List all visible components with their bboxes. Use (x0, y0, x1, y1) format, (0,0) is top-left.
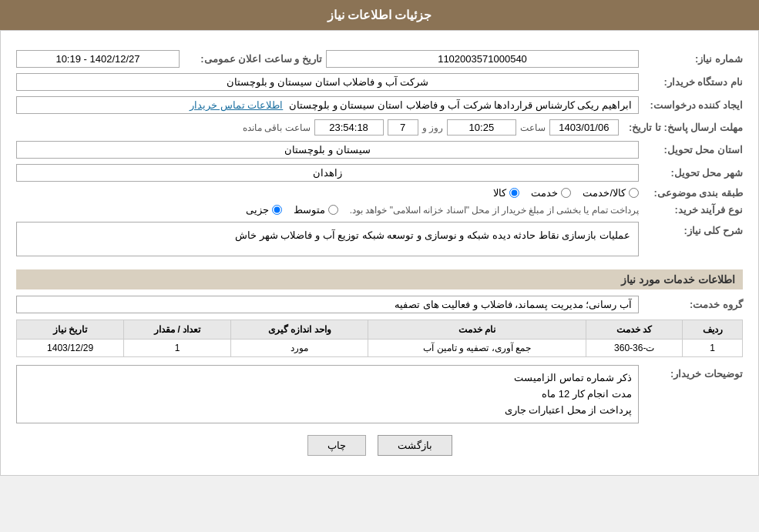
services-section-title: اطلاعات خدمات مورد نیاز (16, 269, 743, 289)
need-desc-label: شرح کلی نیاز: (643, 225, 743, 236)
back-button[interactable]: بازگشت (378, 435, 452, 456)
deadline-row: 1403/01/06 ساعت 10:25 روز و 7 23:54:18 س… (16, 119, 619, 136)
creator-value-box: ابراهیم ریکی کارشناس قراردادها شرکت آب و… (16, 96, 639, 114)
category-option-kala[interactable]: کالا (493, 187, 519, 199)
category-label-khedmat: خدمت (531, 187, 558, 199)
purchase-radio-group: پرداخت تمام یا بخشی از مبلغ خریدار از مح… (16, 204, 639, 216)
purchase-option-motavsat[interactable]: متوسط (294, 204, 338, 216)
purchase-type-label: نوع فرآیند خرید: (643, 204, 743, 216)
need-desc-container: عملیات بازسازی نقاط حادثه دیده شبکه و نو… (16, 222, 639, 256)
province-value: سیستان و بلوچستان (16, 141, 639, 159)
need-number-value: 1102003571000540 (326, 50, 639, 68)
page-header: جزئیات اطلاعات نیاز (0, 0, 759, 30)
buyer-name-value: شرکت آب و فاضلاب استان سیستان و بلوچستان (16, 73, 639, 91)
table-row: 1ت-36-360جمع آوری، تصفیه و تامین آبمورد1… (17, 340, 743, 357)
table-cell-code: ت-36-360 (586, 340, 683, 357)
col-row: ردیف (683, 320, 743, 340)
deadline-time: 10:25 (447, 119, 516, 136)
contact-link[interactable]: اطلاعات تماس خریدار (190, 99, 283, 111)
category-label-kala-khedmat: کالا/خدمت (583, 187, 626, 199)
deadline-date: 1403/01/06 (549, 119, 619, 136)
deadline-time-label: ساعت (520, 122, 546, 133)
col-unit: واحد اندازه گیری (231, 320, 368, 340)
purchase-radio-motavsat[interactable] (328, 205, 338, 215)
city-label: شهر محل تحویل: (643, 167, 743, 179)
province-label: استان محل تحویل: (643, 144, 743, 156)
buyer-desc-container: توضیحات خریدار: ذکر شماره تماس الزامیستم… (16, 365, 743, 423)
purchase-radio-jozi[interactable] (272, 205, 282, 215)
buyer-desc-value: ذکر شماره تماس الزامیستمدت انجام کار 12 … (16, 365, 639, 423)
deadline-remaining: 23:54:18 (314, 119, 384, 136)
purchase-label-jozi: جزیی (246, 204, 269, 216)
announce-date-label: تاریخ و ساعت اعلان عمومی: (183, 53, 322, 65)
buyer-desc-label: توضیحات خریدار: (643, 368, 743, 380)
table-cell-name: جمع آوری، تصفیه و تامین آب (368, 340, 586, 357)
buttons-row: بازگشت چاپ (16, 435, 743, 456)
deadline-days-label: روز و (422, 122, 443, 133)
need-desc-value: عملیات بازسازی نقاط حادثه دیده شبکه و نو… (16, 222, 639, 256)
table-cell-row: 1 (683, 340, 743, 357)
col-count: تعداد / مقدار (124, 320, 231, 340)
service-group-label: گروه خدمت: (643, 299, 743, 310)
service-group-value: آب رسانی؛ مدیریت پسماند، فاضلاب و فعالیت… (16, 296, 639, 313)
col-name: نام خدمت (368, 320, 586, 340)
print-button[interactable]: چاپ (307, 435, 366, 456)
col-code: کد خدمت (586, 320, 683, 340)
category-label: طبقه بندی موضوعی: (643, 187, 743, 199)
purchase-label-motavsat: متوسط (294, 204, 325, 216)
page-title: جزئیات اطلاعات نیاز (327, 8, 432, 22)
category-option-khedmat[interactable]: خدمت (531, 187, 571, 199)
announce-date-value: 1402/12/27 - 10:19 (16, 50, 180, 68)
table-cell-count: 1 (124, 340, 231, 357)
category-radio-kala-khedmat[interactable] (629, 188, 639, 198)
category-radio-kala[interactable] (509, 188, 519, 198)
buyer-name-label: نام دستگاه خریدار: (643, 76, 743, 88)
purchase-note: پرداخت تمام یا بخشی از مبلغ خریدار از مح… (350, 205, 639, 216)
col-date: تاریخ نیاز (17, 320, 124, 340)
services-table: ردیف کد خدمت نام خدمت واحد اندازه گیری ت… (16, 320, 743, 357)
category-radio-group: کالا/خدمت خدمت کالا (16, 187, 639, 199)
city-value: زاهدان (16, 164, 639, 182)
deadline-label: مهلت ارسال پاسخ: تا تاریخ: (623, 122, 743, 133)
category-label-kala: کالا (493, 187, 506, 199)
category-radio-khedmat[interactable] (561, 188, 571, 198)
services-table-section: ردیف کد خدمت نام خدمت واحد اندازه گیری ت… (16, 320, 743, 357)
deadline-days: 7 (388, 119, 418, 136)
category-option-kala-khedmat[interactable]: کالا/خدمت (583, 187, 639, 199)
deadline-remaining-label: ساعت باقی مانده (243, 122, 311, 133)
creator-text: ابراهیم ریکی کارشناس قراردادها شرکت آب و… (289, 99, 632, 111)
need-number-label: شماره نیاز: (643, 53, 743, 65)
table-cell-date: 1403/12/29 (17, 340, 124, 357)
table-cell-unit: مورد (231, 340, 368, 357)
purchase-option-jozi[interactable]: جزیی (246, 204, 282, 216)
creator-label: ایجاد کننده درخواست: (643, 99, 743, 111)
